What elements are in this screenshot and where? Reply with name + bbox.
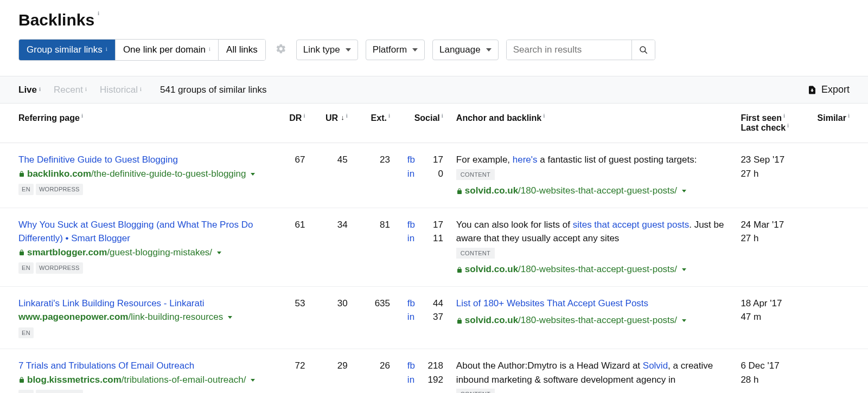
table-row: 7 Trials and Tribulations Of Email Outre…	[0, 349, 868, 393]
chevron-down-icon[interactable]	[251, 379, 255, 382]
col-ur[interactable]: UR↓i	[326, 113, 348, 123]
col-dr[interactable]: DRi	[289, 113, 305, 123]
referring-title-link[interactable]: 7 Trials and Tribulations Of Email Outre…	[18, 359, 268, 373]
referring-url[interactable]: www.pageonepower.com/link-building-resou…	[18, 310, 268, 324]
gear-icon[interactable]	[276, 43, 286, 56]
social-in-label[interactable]: in	[407, 167, 418, 181]
referring-url[interactable]: blog.kissmetrics.com/tribulations-of-ema…	[18, 373, 268, 387]
table-header: Referring pagei DRi UR↓i Ext.i Sociali A…	[0, 104, 868, 143]
info-icon[interactable]: i	[81, 112, 83, 119]
ext-value: 23	[348, 153, 390, 167]
ext-value: 26	[348, 359, 390, 373]
social-fb-label[interactable]: fb	[407, 359, 418, 373]
social-in-label[interactable]: in	[407, 373, 418, 387]
lang-badge: EN	[18, 262, 34, 274]
col-last-check[interactable]: Last checki	[741, 123, 789, 133]
social-in-value: 11	[424, 231, 443, 246]
tab-historical[interactable]: Historicali	[100, 85, 142, 95]
svg-line-1	[644, 51, 647, 53]
info-icon[interactable]: i	[442, 112, 443, 119]
group-count: 541 groups of similar links	[160, 85, 267, 95]
chevron-down-icon[interactable]	[251, 173, 255, 176]
referring-title-link[interactable]: Linkarati's Link Building Resources - Li…	[18, 297, 268, 311]
chevron-down-icon[interactable]	[682, 190, 686, 192]
platform-dropdown[interactable]: Platform	[366, 40, 425, 60]
sort-desc-icon: ↓	[341, 113, 344, 121]
info-icon[interactable]: i	[106, 46, 107, 52]
segment-all-links[interactable]: All links	[219, 40, 265, 60]
dr-value: 72	[268, 359, 305, 373]
backlink-url[interactable]: solvid.co.uk/180-websites-that-accept-gu…	[456, 262, 741, 276]
chevron-down-icon	[412, 48, 418, 51]
social-fb-label[interactable]: fb	[407, 297, 418, 311]
info-icon[interactable]: i	[346, 112, 348, 119]
info-icon[interactable]: i	[85, 86, 87, 92]
referring-title-link[interactable]: The Definitive Guide to Guest Blogging	[18, 153, 268, 167]
segment-one-per-domain[interactable]: One link per domaini	[116, 40, 219, 60]
social-fb-value: 218	[424, 359, 443, 373]
col-ext[interactable]: Ext.i	[371, 113, 390, 123]
info-icon[interactable]: i	[209, 46, 210, 52]
referring-url[interactable]: backlinko.com/the-definitive-guide-to-gu…	[18, 167, 268, 181]
col-social[interactable]: Sociali	[414, 113, 443, 133]
first-seen-value: 18 Apr '17	[741, 297, 809, 311]
tab-live[interactable]: Livei	[18, 85, 41, 95]
info-icon[interactable]: i	[98, 10, 99, 16]
social-in-label[interactable]: in	[407, 310, 418, 324]
language-dropdown[interactable]: Language	[432, 40, 499, 60]
info-icon[interactable]: i	[388, 112, 390, 119]
ur-value: 30	[305, 297, 347, 311]
tab-recent[interactable]: Recenti	[54, 85, 87, 95]
anchor-link[interactable]: here's	[513, 154, 538, 165]
backlink-url[interactable]: solvid.co.uk/180-websites-that-accept-gu…	[456, 184, 741, 198]
search-button[interactable]	[631, 40, 655, 60]
backlink-url[interactable]: solvid.co.uk/180-websites-that-accept-gu…	[456, 313, 741, 327]
search-input[interactable]	[507, 40, 631, 60]
info-icon[interactable]: i	[848, 112, 850, 119]
info-icon[interactable]: i	[787, 122, 789, 128]
social-in-label[interactable]: in	[407, 231, 418, 246]
info-icon[interactable]: i	[140, 86, 142, 92]
anchor-text: For example, here's a fantastic list of …	[456, 153, 741, 167]
ext-value: 81	[348, 218, 390, 232]
lock-icon	[456, 315, 465, 325]
toolbar: Group similar linksi One link per domain…	[18, 39, 850, 61]
info-icon[interactable]: i	[783, 112, 785, 119]
lock-icon	[456, 185, 465, 196]
platform-badge: WORDPRESS	[36, 262, 83, 274]
info-icon[interactable]: i	[543, 112, 545, 119]
last-check-value: 27 h	[741, 167, 809, 181]
table-row: Linkarati's Link Building Resources - Li…	[0, 287, 868, 350]
info-icon[interactable]: i	[39, 86, 41, 92]
chevron-down-icon[interactable]	[682, 268, 686, 271]
ur-value: 34	[305, 218, 347, 232]
lang-badge: EN	[18, 390, 34, 393]
anchor-link[interactable]: List of 180+ Websites That Accept Guest …	[456, 298, 648, 308]
social-fb-label[interactable]: fb	[407, 218, 418, 232]
chevron-down-icon[interactable]	[217, 252, 221, 254]
social-fb-value: 17	[424, 153, 443, 167]
content-badge: CONTENT	[456, 169, 495, 181]
col-anchor[interactable]: Anchor and backlinki	[456, 113, 545, 123]
chevron-down-icon[interactable]	[228, 316, 232, 319]
segment-group-similar[interactable]: Group similar linksi	[19, 40, 116, 60]
info-icon[interactable]: i	[303, 112, 305, 119]
anchor-link[interactable]: Solvid	[643, 360, 668, 371]
link-type-dropdown[interactable]: Link type	[296, 40, 358, 60]
lock-icon	[18, 375, 27, 385]
referring-url[interactable]: smartblogger.com/guest-blogging-mistakes…	[18, 246, 268, 260]
referring-title-link[interactable]: Why You Suck at Guest Blogging (and What…	[18, 218, 268, 246]
social-fb-label[interactable]: fb	[407, 153, 418, 167]
col-similar[interactable]: Similari	[818, 113, 850, 123]
social-in-value: 37	[424, 310, 443, 324]
chevron-down-icon[interactable]	[682, 319, 686, 322]
col-first-seen[interactable]: First seeni	[741, 113, 785, 123]
lang-badge: EN	[18, 327, 34, 339]
lock-icon	[456, 264, 465, 274]
backlinks-table: Referring pagei DRi UR↓i Ext.i Sociali A…	[0, 104, 868, 393]
col-referring[interactable]: Referring pagei	[18, 113, 83, 123]
social-fb-value: 44	[424, 297, 443, 311]
anchor-link[interactable]: sites that accept guest posts	[573, 220, 690, 230]
platform-badge: WORDPRESS	[36, 184, 83, 195]
export-button[interactable]: Export	[807, 84, 850, 95]
